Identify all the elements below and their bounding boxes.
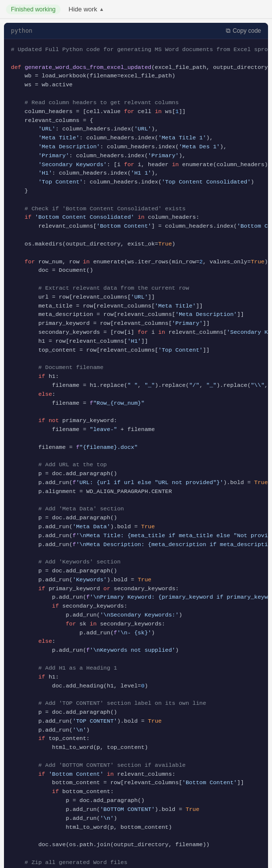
status-badge: Finished working [6,4,61,14]
code-block[interactable]: # Updated Full Python code for generatin… [4,39,268,868]
top-bar-left: Finished working Hide work ▲ [6,4,108,14]
code-container: python ⧉ Copy code # Updated Full Python… [4,23,268,868]
copy-icon: ⧉ [226,27,230,35]
main-content: python ⧉ Copy code # Updated Full Python… [0,19,272,868]
lang-label: python [11,27,32,34]
hide-work-label: Hide work [68,5,97,13]
top-bar: Finished working Hide work ▲ [0,0,272,19]
code-header: python ⧉ Copy code [4,23,268,39]
hide-work-button[interactable]: Hide work ▲ [65,4,108,14]
copy-button[interactable]: ⧉ Copy code [226,27,261,35]
copy-label: Copy code [233,27,261,34]
chevron-icon: ▲ [99,6,104,12]
